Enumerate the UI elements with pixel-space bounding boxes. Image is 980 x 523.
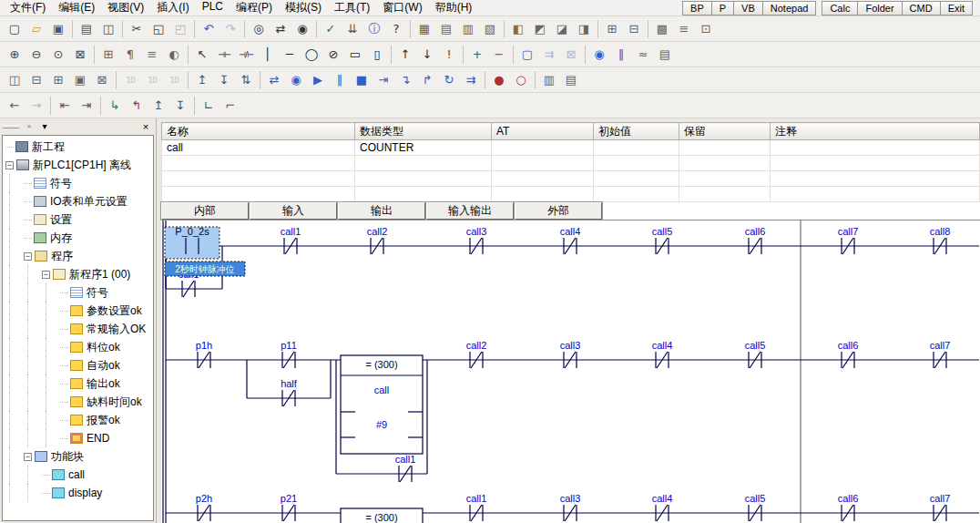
column-header-4[interactable]: 保留 bbox=[679, 123, 771, 140]
online-edit-begin-button[interactable]: ▢ bbox=[516, 45, 538, 65]
rung-comment-button[interactable]: ¶ bbox=[119, 45, 141, 65]
insert-row-below-button[interactable]: ↧ bbox=[169, 96, 191, 116]
contact-call2[interactable]: call2 bbox=[367, 226, 388, 254]
menu-item-1[interactable]: 编辑(E) bbox=[52, 0, 101, 16]
menu-item-4[interactable]: PLC bbox=[196, 0, 230, 16]
tab-externals[interactable]: 外部 bbox=[515, 202, 602, 220]
drag-grip[interactable] bbox=[3, 125, 19, 128]
undo-button[interactable]: ↶ bbox=[198, 19, 219, 39]
menu-item-9[interactable]: 帮助(H) bbox=[429, 0, 479, 16]
tree-item-13[interactable]: 输出ok bbox=[3, 374, 153, 393]
cell-r3c3[interactable] bbox=[594, 187, 679, 202]
cell-r3c4[interactable] bbox=[679, 187, 771, 202]
workspace-window-button[interactable]: ◧ bbox=[507, 19, 529, 39]
online-edit-send-button[interactable]: ⇉ bbox=[538, 45, 560, 65]
immediate-refresh-button[interactable]: ! bbox=[438, 45, 460, 65]
menu-item-8[interactable]: 窗口(W) bbox=[376, 0, 428, 16]
contact-call8[interactable]: call8 bbox=[930, 226, 951, 254]
cell-r0c3[interactable] bbox=[594, 140, 679, 156]
paste-button[interactable]: ◰ bbox=[169, 19, 191, 39]
print-preview-button[interactable]: ◫ bbox=[97, 19, 119, 39]
insert-rung-button[interactable]: ↳ bbox=[104, 96, 126, 116]
column-header-2[interactable]: AT bbox=[492, 123, 594, 140]
column-header-5[interactable]: 注释 bbox=[771, 123, 980, 140]
contact-call3[interactable]: call3 bbox=[466, 226, 487, 254]
view-mnemonic-button[interactable]: ▤ bbox=[435, 19, 457, 39]
menu-item-7[interactable]: 工具(T) bbox=[328, 0, 376, 16]
new-window-button[interactable]: ◫ bbox=[4, 70, 26, 90]
select-mode-button[interactable]: ↖ bbox=[191, 45, 213, 65]
new-closed-contact-button[interactable]: ⊣/⊢ bbox=[235, 45, 257, 65]
tree-item-4[interactable]: 设置 bbox=[3, 210, 153, 229]
work-online-button[interactable]: ⇄ bbox=[263, 70, 285, 90]
cell-r1c4[interactable] bbox=[679, 156, 771, 171]
tile-horizontal-button[interactable]: ⊞ bbox=[47, 70, 69, 90]
quick-button-folder[interactable]: Folder bbox=[857, 1, 901, 15]
cell-r0c5[interactable] bbox=[771, 140, 980, 156]
tab-inputs[interactable]: 输入 bbox=[250, 202, 337, 220]
menu-item-3[interactable]: 插入(I) bbox=[150, 0, 195, 16]
io-table-button[interactable]: ⊡ bbox=[695, 19, 717, 39]
delete-section-button[interactable]: − bbox=[488, 45, 510, 65]
find-replace-button[interactable]: ⇄ bbox=[270, 19, 291, 39]
compare-programs-button[interactable]: ▤ bbox=[560, 70, 582, 90]
program-check-button[interactable]: ✓ bbox=[320, 19, 342, 39]
cell-r2c1[interactable] bbox=[355, 171, 492, 187]
contact-call6[interactable]: call6 bbox=[745, 226, 766, 254]
new-contact-button[interactable]: ⊣⊢ bbox=[213, 45, 235, 65]
quick-button-vb[interactable]: VB bbox=[733, 1, 762, 15]
cell-r0c0[interactable]: call bbox=[162, 140, 355, 156]
contact-half[interactable]: half bbox=[281, 378, 298, 406]
redo-button[interactable]: ↷ bbox=[219, 19, 241, 39]
new-instruction-button[interactable]: ▯ bbox=[366, 45, 388, 65]
cell-r2c3[interactable] bbox=[594, 171, 679, 187]
sim-continuous-button[interactable]: ↻ bbox=[438, 70, 460, 90]
set-breakpoint-button[interactable]: ● bbox=[488, 70, 510, 90]
cell-r0c1[interactable]: COUNTER bbox=[355, 140, 492, 156]
close-workspace-button[interactable]: × bbox=[138, 120, 153, 133]
zoom-fit-button[interactable]: ⊠ bbox=[69, 45, 91, 65]
cell-r3c0[interactable] bbox=[162, 187, 355, 202]
contact-call5[interactable]: call5 bbox=[745, 340, 766, 368]
contact-p1h[interactable]: p1h bbox=[196, 340, 212, 368]
indent-left-button[interactable]: ⇤ bbox=[54, 96, 76, 116]
tree-item-8[interactable]: 符号 bbox=[3, 283, 153, 302]
watch-window-button[interactable]: ◪ bbox=[551, 19, 573, 39]
tree-item-16[interactable]: END bbox=[3, 429, 153, 447]
view-symbol-button[interactable]: ▥ bbox=[457, 19, 479, 39]
contact-call4[interactable]: call4 bbox=[652, 340, 673, 368]
cell-r3c1[interactable] bbox=[355, 187, 492, 202]
time-chart-button[interactable]: ▤ bbox=[654, 45, 676, 65]
contact-call2[interactable]: call2 bbox=[466, 340, 487, 368]
cell-r2c4[interactable] bbox=[679, 171, 771, 187]
data-trace-button[interactable]: ≈ bbox=[632, 45, 654, 65]
contact-p21[interactable]: p21 bbox=[281, 493, 297, 521]
instruction-block[interactable]: = (300) bbox=[341, 508, 423, 523]
contact-p11[interactable]: p11 bbox=[281, 340, 297, 368]
sim-step-button[interactable]: ⇥ bbox=[373, 70, 394, 90]
copy-button[interactable]: ◱ bbox=[148, 19, 169, 39]
contact-call5[interactable]: call5 bbox=[745, 493, 766, 521]
tree-item-17[interactable]: −功能块 bbox=[3, 447, 153, 466]
zoom-in-button[interactable]: ⊕ bbox=[4, 45, 26, 65]
new-coil-button[interactable]: ◯ bbox=[301, 45, 322, 65]
save-button[interactable]: ▣ bbox=[47, 19, 69, 39]
view-ladder-button[interactable]: ▦ bbox=[413, 19, 435, 39]
instruction-block[interactable]: = (300)call#9 bbox=[341, 355, 423, 454]
cell-r3c2[interactable] bbox=[492, 187, 594, 202]
cell-r3c5[interactable] bbox=[771, 187, 980, 202]
contact-call6[interactable]: call6 bbox=[838, 340, 859, 368]
contact-call3[interactable]: call3 bbox=[560, 340, 581, 368]
workspace-dock-button[interactable]: ▫ bbox=[22, 120, 36, 133]
tree-item-5[interactable]: 内存 bbox=[3, 229, 153, 247]
contact-call4[interactable]: call4 bbox=[652, 493, 673, 521]
cell-r1c3[interactable] bbox=[594, 156, 679, 171]
contact-call3[interactable]: call3 bbox=[560, 493, 581, 521]
grid-10-c-button[interactable]: 10 bbox=[163, 70, 185, 90]
cell-r0c4[interactable] bbox=[679, 140, 771, 156]
delete-rung-button[interactable]: ↰ bbox=[126, 96, 148, 116]
contact-call5[interactable]: call5 bbox=[652, 226, 673, 254]
cell-r2c0[interactable] bbox=[162, 171, 355, 187]
menu-item-6[interactable]: 模拟(S) bbox=[279, 0, 328, 16]
grid-toggle-button[interactable]: ⊞ bbox=[97, 45, 119, 65]
